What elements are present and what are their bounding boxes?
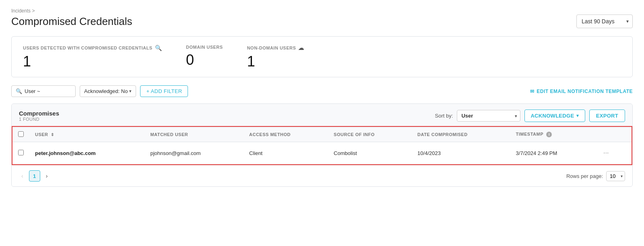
rows-select-wrapper: 10 5 25 50 (606, 171, 625, 181)
prev-page-button[interactable]: ‹ (19, 171, 26, 181)
acknowledged-filter[interactable]: Acknowledged: No (80, 85, 136, 97)
page-title: Compromised Credentials (11, 15, 132, 28)
users-detected-icon: 🔍 (155, 45, 162, 51)
current-page[interactable]: 1 (29, 170, 40, 182)
select-all-checkbox[interactable] (18, 131, 24, 137)
edit-email-notification-link[interactable]: ✉ EDIT EMAIL NOTIFICATION TEMPLATE (530, 89, 633, 94)
acknowledge-button[interactable]: ACKNOWLEDGE (524, 110, 585, 122)
stat-users-detected-label: USERS DETECTED WITH COMPROMISED CREDENTI… (23, 45, 162, 51)
th-matched-user: MATCHED USER (144, 127, 244, 142)
rows-per-page: Rows per page: 10 5 25 50 (566, 171, 625, 181)
table-section: Compromises 1 FOUND Sort by: User Date C… (11, 103, 633, 187)
row-ellipsis-button[interactable]: ··· (600, 148, 612, 158)
search-icon: 🔍 (16, 88, 22, 94)
date-filter-select[interactable]: Last 90 Days Last 7 Days Last 30 Days La… (576, 14, 633, 28)
row-checkbox[interactable] (18, 150, 24, 155)
add-filter-button[interactable]: + ADD FILTER (140, 85, 188, 97)
non-domain-icon: ☁ (298, 45, 304, 51)
th-user: USER ⇕ (29, 127, 144, 142)
th-access-method: ACCESS METHOD (244, 127, 328, 142)
row-access-method: Client (244, 142, 328, 164)
rows-per-page-select[interactable]: 10 5 25 50 (606, 171, 625, 181)
stat-non-domain-users: NON-DOMAIN USERS ☁ 1 (247, 45, 304, 69)
email-icon: ✉ (530, 89, 535, 94)
table-actions: Sort by: User Date Compromised Timestamp… (435, 110, 625, 122)
rows-per-page-label: Rows per page: (566, 173, 603, 179)
stat-non-domain-users-label: NON-DOMAIN USERS ☁ (247, 45, 304, 51)
table-count: 1 FOUND (19, 117, 59, 122)
th-source-of-info: SOURCE OF INFO (328, 127, 412, 142)
table-header-row: USER ⇕ MATCHED USER ACCESS METHOD SOURCE… (12, 127, 632, 142)
th-actions (594, 127, 632, 142)
stat-users-detected-value: 1 (23, 54, 162, 69)
stat-domain-users: DOMAIN USERS 0 (186, 45, 223, 67)
date-filter-wrapper: Last 90 Days Last 7 Days Last 30 Days La… (576, 14, 633, 28)
sort-by-label: Sort by: (435, 113, 453, 119)
table-title-group: Compromises 1 FOUND (19, 110, 59, 122)
search-input[interactable] (25, 88, 65, 94)
row-checkbox-cell (12, 142, 29, 164)
row-matched-user: pjohnson@gmail.com (144, 142, 244, 164)
sort-select[interactable]: User Date Compromised Timestamp (457, 110, 520, 122)
table-head: USER ⇕ MATCHED USER ACCESS METHOD SOURCE… (12, 127, 632, 142)
pagination-bar: ‹ 1 › Rows per page: 10 5 25 50 (12, 165, 632, 186)
th-checkbox (12, 127, 29, 142)
table-row: peter.johnson@abc.com pjohnson@gmail.com… (12, 142, 632, 164)
highlighted-table-wrapper: USER ⇕ MATCHED USER ACCESS METHOD SOURCE… (12, 126, 632, 165)
breadcrumb-parent: Incidents (11, 8, 31, 14)
breadcrumb-separator: > (32, 8, 35, 14)
table-header-bar: Compromises 1 FOUND Sort by: User Date C… (12, 104, 632, 126)
row-timestamp: 3/7/2024 2:49 PM (510, 142, 594, 164)
compromises-table: USER ⇕ MATCHED USER ACCESS METHOD SOURCE… (12, 127, 632, 164)
th-timestamp: TIMESTAMP i (510, 127, 594, 142)
stats-card: USERS DETECTED WITH COMPROMISED CREDENTI… (11, 36, 633, 77)
export-button[interactable]: EXPORT (589, 110, 625, 122)
header-row: Compromised Credentials Last 90 Days Las… (11, 14, 633, 28)
row-user: peter.johnson@abc.com (29, 142, 144, 164)
search-input-wrapper[interactable]: 🔍 (11, 85, 76, 97)
stat-domain-users-label: DOMAIN USERS (186, 45, 223, 50)
next-page-button[interactable]: › (43, 171, 50, 181)
stat-non-domain-users-value: 1 (247, 54, 304, 69)
stat-users-detected: USERS DETECTED WITH COMPROMISED CREDENTI… (23, 45, 162, 69)
table-body: peter.johnson@abc.com pjohnson@gmail.com… (12, 142, 632, 164)
table-title: Compromises (19, 110, 59, 117)
sort-icon-user: ⇕ (51, 132, 54, 137)
row-source-of-info: Combolist (328, 142, 412, 164)
pagination-controls: ‹ 1 › (19, 170, 50, 182)
sort-select-wrapper: User Date Compromised Timestamp (457, 110, 520, 122)
breadcrumb: Incidents > (11, 8, 633, 14)
page-wrapper: Incidents > Compromised Credentials Last… (0, 0, 644, 246)
timestamp-info-icon[interactable]: i (546, 132, 552, 137)
stat-domain-users-value: 0 (186, 53, 223, 67)
th-date-compromised: DATE COMPROMISED (412, 127, 510, 142)
row-date-compromised: 10/4/2023 (412, 142, 510, 164)
filter-bar: 🔍 Acknowledged: No + ADD FILTER ✉ EDIT E… (11, 85, 633, 97)
row-ellipsis-cell: ··· (594, 142, 632, 164)
